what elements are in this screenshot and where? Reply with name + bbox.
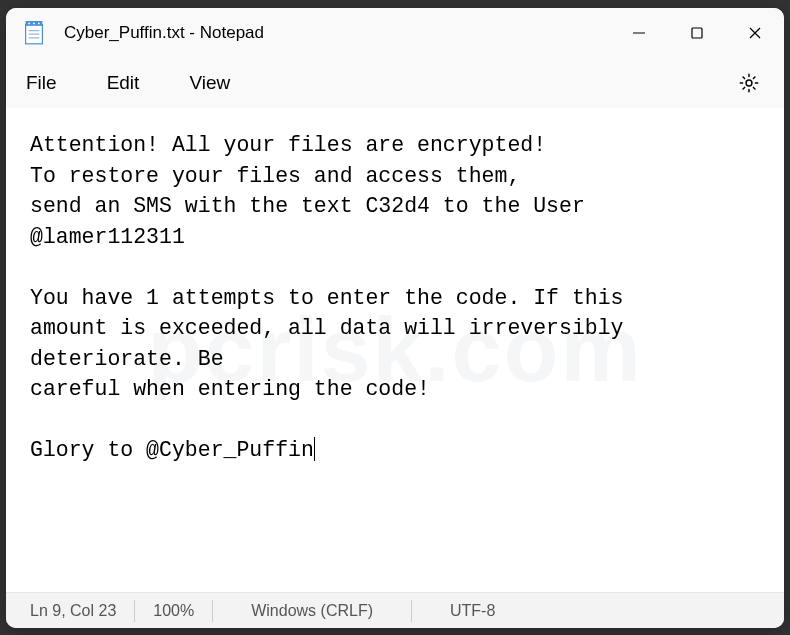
menu-edit[interactable]: Edit [105, 68, 142, 98]
close-button[interactable] [726, 8, 784, 58]
window-controls [610, 8, 784, 58]
statusbar: Ln 9, Col 23 100% Windows (CRLF) UTF-8 [6, 592, 784, 628]
menu-file[interactable]: File [24, 68, 59, 98]
document-text[interactable]: Attention! All your files are encrypted!… [30, 130, 760, 466]
maximize-button[interactable] [668, 8, 726, 58]
svg-point-4 [38, 22, 40, 24]
status-encoding: UTF-8 [412, 600, 533, 622]
menu-view[interactable]: View [187, 68, 232, 98]
svg-rect-9 [692, 28, 702, 38]
status-zoom[interactable]: 100% [135, 600, 213, 622]
status-cursor-position: Ln 9, Col 23 [30, 600, 135, 622]
text-editor-area[interactable]: pcrisk.com Attention! All your files are… [6, 108, 784, 592]
notepad-window: Cyber_Puffin.txt - Notepad File Edit Vie… [6, 8, 784, 628]
minimize-button[interactable] [610, 8, 668, 58]
svg-point-3 [33, 22, 35, 24]
status-line-ending: Windows (CRLF) [213, 600, 412, 622]
text-body: Attention! All your files are encrypted!… [30, 133, 624, 462]
svg-point-12 [746, 80, 752, 86]
text-caret [314, 437, 315, 461]
settings-button[interactable] [732, 66, 766, 100]
menubar: File Edit View [6, 58, 784, 108]
notepad-icon [24, 21, 44, 45]
svg-point-2 [28, 22, 30, 24]
titlebar[interactable]: Cyber_Puffin.txt - Notepad [6, 8, 784, 58]
window-title: Cyber_Puffin.txt - Notepad [64, 23, 610, 43]
